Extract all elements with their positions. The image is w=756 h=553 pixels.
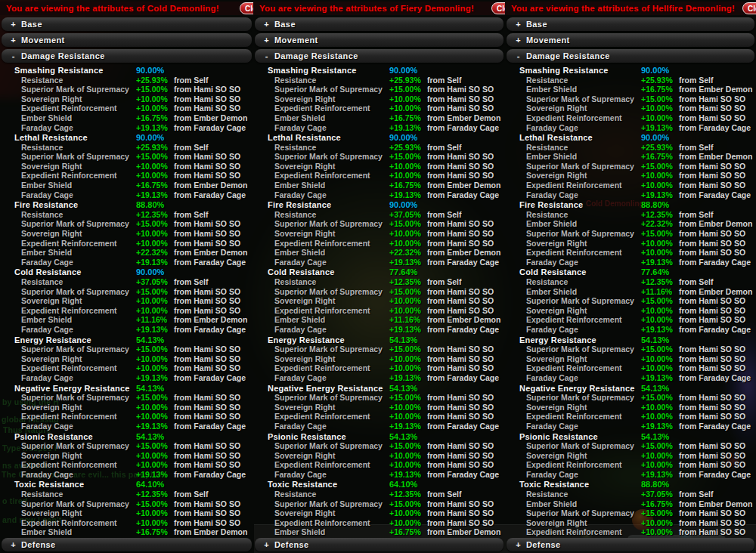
buff-value: +19.13% <box>136 325 174 335</box>
buff-value: +10.00% <box>641 239 679 249</box>
buff-value: +15.00% <box>641 229 679 239</box>
damage-resistance-content: Smashing Resistance 90.00% Resistance +2… <box>253 63 505 538</box>
buff-value: +10.00% <box>389 518 427 528</box>
buff-source-name: Ember Shield <box>526 219 641 229</box>
buff-origin: from Hami SO SO <box>174 499 253 509</box>
section-bar-movement[interactable]: + Movement <box>507 33 754 47</box>
buff-value: +19.13% <box>641 373 679 383</box>
resistance-block: Lethal Resistance 90.00% Resistance +25.… <box>0 133 253 199</box>
buff-source-name: Superior Mark of Supremacy <box>274 287 389 297</box>
buff-value: +10.00% <box>136 403 174 412</box>
buff-source-name: Superior Mark of Supremacy <box>526 441 641 451</box>
buff-origin: from Hami SO SO <box>174 85 253 94</box>
buff-origin: from Hami SO SO <box>679 103 756 113</box>
buff-origin: from Hami SO SO <box>174 508 253 518</box>
buff-source-name: Superior Mark of Supremacy <box>526 229 641 239</box>
buff-source-name: Superior Mark of Supremacy <box>21 441 136 451</box>
resistance-header: Smashing Resistance 90.00% <box>0 66 253 76</box>
buff-origin: from Faraday Cage <box>427 258 505 267</box>
resistance-name: Toxic Resistance <box>519 480 641 490</box>
buff-row: Faraday Cage +19.13% from Faraday Cage <box>253 373 505 383</box>
buff-source-name: Faraday Cage <box>274 258 389 267</box>
buff-source-name: Ember Shield <box>274 248 389 258</box>
buff-source-name: Faraday Cage <box>21 422 136 431</box>
section-label: Damage Resistance <box>274 51 358 60</box>
buff-origin: from Hami SO SO <box>679 451 756 461</box>
section-bar-defense[interactable]: + Defense <box>255 538 503 551</box>
buff-value: +10.00% <box>641 181 679 190</box>
buff-source-name: Resistance <box>526 490 641 499</box>
buff-origin: from Hami SO SO <box>174 518 253 528</box>
section-bar-defense[interactable]: + Defense <box>507 538 754 551</box>
section-bar-damage-resistance[interactable]: - Damage Resistance <box>2 49 252 63</box>
buff-value: +10.00% <box>136 518 174 528</box>
buff-source-name: Ember Shield <box>274 527 389 537</box>
buff-value: +19.13% <box>641 470 679 480</box>
buff-source-name: Expedient Reinforcement <box>21 171 136 181</box>
section-bar-base[interactable]: + Base <box>507 17 754 31</box>
buff-origin: from Hami SO SO <box>174 152 253 162</box>
resistance-name: Negative Energy Resistance <box>519 384 641 394</box>
section-bar-damage-resistance[interactable]: - Damage Resistance <box>255 49 503 63</box>
buff-source-name: Sovereign Right <box>21 94 136 104</box>
section-bar-movement[interactable]: + Movement <box>255 33 503 47</box>
buff-value: +19.13% <box>641 325 679 335</box>
buff-row: Superior Mark of Supremacy +15.00% from … <box>505 94 756 104</box>
buff-source-name: Expedient Reinforcement <box>274 460 389 470</box>
buff-origin: from Hami SO SO <box>174 412 253 422</box>
collapse-icon: - <box>11 51 16 60</box>
expand-icon: + <box>264 540 269 549</box>
damage-resistance-content: Smashing Resistance 90.00% Resistance +2… <box>505 63 756 538</box>
resistance-total: 90.00% <box>136 267 253 277</box>
buff-source-name: Superior Mark of Supremacy <box>274 441 389 451</box>
section-bar-base[interactable]: + Base <box>255 17 503 31</box>
resistance-block: Energy Resistance 54.13% Superior Mark o… <box>0 335 253 383</box>
buff-origin: from Hami SO SO <box>679 403 756 412</box>
buff-source-name: Superior Mark of Supremacy <box>526 508 641 518</box>
buff-value: +12.35% <box>641 277 679 287</box>
buff-origin: from Self <box>174 76 253 85</box>
section-bar-damage-resistance[interactable]: - Damage Resistance <box>507 49 754 63</box>
buff-value: +16.75% <box>389 181 427 190</box>
buff-value: +10.00% <box>136 354 174 364</box>
buff-value: +15.00% <box>136 85 174 94</box>
buff-source-name: Sovereign Right <box>526 103 641 113</box>
buff-source-name: Faraday Cage <box>21 123 136 133</box>
resistance-header: Cold Resistance 90.00% <box>0 267 253 277</box>
buff-origin: from Ember Demon <box>174 181 253 190</box>
section-bar-defense[interactable]: + Defense <box>2 538 252 551</box>
titlebar: You are viewing the attributes of Hellfi… <box>505 2 756 15</box>
buff-row: Expedient Reinforcement +10.00% from Ham… <box>505 363 756 373</box>
buff-origin: from Ember Demon <box>174 248 253 258</box>
buff-row: Sovereign Right +10.00% from Hami SO SO <box>0 94 253 104</box>
buff-source-name: Faraday Cage <box>21 258 136 267</box>
buff-origin: from Self <box>427 277 505 287</box>
buff-source-name: Faraday Cage <box>274 470 389 480</box>
buff-row: Ember Shield +16.75% from Ember Demon <box>505 152 756 162</box>
buff-origin: from Hami SO SO <box>174 306 253 316</box>
resistance-total: 77.64% <box>641 267 756 277</box>
resistance-name: Toxic Resistance <box>268 480 389 490</box>
section-bar-movement[interactable]: + Movement <box>2 33 252 47</box>
buff-row: Superior Mark of Supremacy +15.00% from … <box>0 344 253 354</box>
section-bar-base[interactable]: + Base <box>2 17 252 31</box>
buff-row: Faraday Cage +19.13% from Faraday Cage <box>505 422 756 431</box>
clear-button[interactable]: Clear <box>742 2 756 14</box>
buff-origin: from Hami SO SO <box>427 363 505 373</box>
buff-value: +12.35% <box>136 490 174 499</box>
buff-row: Faraday Cage +19.13% from Faraday Cage <box>253 123 505 133</box>
buff-source-name: Sovereign Right <box>21 508 136 518</box>
buff-origin: from Hami SO SO <box>174 171 253 181</box>
buff-origin: from Ember Demon <box>679 85 756 94</box>
resistance-block: Negative Energy Resistance 54.13% Superi… <box>253 384 505 431</box>
buff-origin: from Hami SO SO <box>427 412 505 422</box>
buff-value: +19.13% <box>641 190 679 200</box>
buff-value: +19.13% <box>389 422 427 431</box>
buff-source-name: Faraday Cage <box>274 325 389 335</box>
buff-origin: from Faraday Cage <box>427 190 505 200</box>
buff-value: +10.00% <box>389 451 427 461</box>
buff-row: Resistance +12.35% from Self <box>253 277 505 287</box>
buff-row: Superior Mark of Supremacy +15.00% from … <box>0 152 253 162</box>
buff-row: Resistance +25.93% from Self <box>0 143 253 153</box>
buff-value: +10.00% <box>136 296 174 306</box>
